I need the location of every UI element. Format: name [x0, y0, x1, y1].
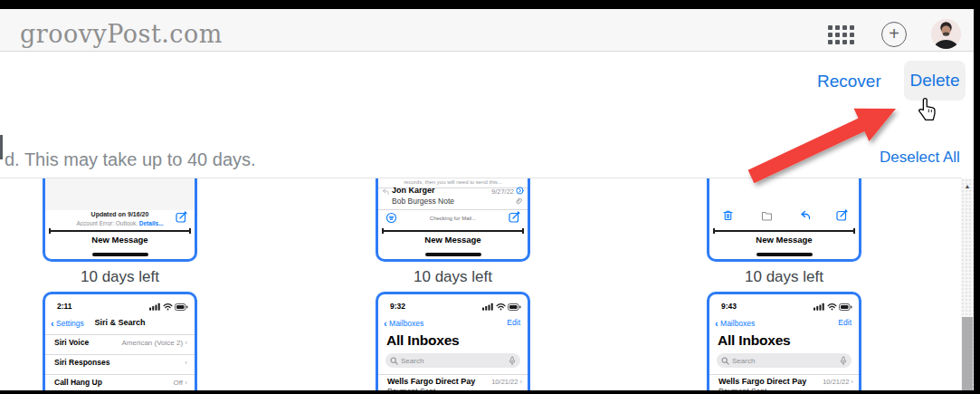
- app-grid-icon[interactable]: [828, 25, 854, 44]
- settings-row-label: Siri Voice: [54, 338, 89, 347]
- thumb2-checking-status: Checking for Mail...: [378, 216, 528, 221]
- photo-grid-viewport: Updated on 9/16/20 Account Error: Outloo…: [0, 178, 962, 390]
- retention-notice: d. This may take up to 40 days.: [5, 149, 256, 170]
- photo-thumbnail-3[interactable]: New Message: [707, 178, 861, 262]
- compose-icon: [509, 211, 520, 223]
- battery-icon: [175, 303, 188, 311]
- header: groovyPost.com +: [0, 9, 974, 52]
- paperclip-icon: [513, 195, 525, 207]
- avatar-photo: [931, 19, 961, 49]
- search-icon: [721, 357, 729, 365]
- watermark: groovyPost.com: [20, 20, 223, 48]
- replied-indicator-icon: [382, 187, 390, 196]
- scrollbar[interactable]: ▲: [961, 178, 974, 390]
- signal-icon: [149, 303, 160, 311]
- circle-arrow-icon: [516, 187, 524, 195]
- home-indicator: [425, 253, 481, 256]
- avatar[interactable]: [931, 19, 961, 49]
- photo-thumbnail-1[interactable]: Updated on 9/16/20 Account Error: Outloo…: [43, 178, 197, 262]
- thumb1-account-error: Account Error: Outlook. Details...: [45, 220, 195, 226]
- status-icons: [149, 303, 188, 311]
- mic-icon: [509, 356, 516, 366]
- scrollbar-thumb[interactable]: [962, 317, 973, 390]
- status-icons: [482, 303, 521, 311]
- plus-icon: +: [889, 24, 899, 43]
- home-indicator: [92, 253, 148, 256]
- search-bar: Search: [717, 353, 852, 368]
- edit-button: Edit: [838, 318, 852, 327]
- days-left-label: 10 days left: [376, 268, 530, 286]
- capture-border-right: [974, 0, 980, 394]
- signal-icon: [813, 303, 824, 311]
- settings-row-value: Off ›: [174, 379, 187, 387]
- wifi-icon: [827, 303, 837, 311]
- settings-row-label: Call Hang Up: [54, 378, 102, 387]
- days-left-label: 10 days left: [43, 268, 197, 286]
- icloud-recently-deleted-screen: groovyPost.com + Recover Delete d. This …: [0, 0, 980, 394]
- new-message-label: New Message: [45, 235, 195, 245]
- status-time: 2:11: [57, 302, 72, 311]
- photo-thumbnail-4[interactable]: 2:11 ‹ Settings Siri & Search Siri Voice…: [43, 292, 197, 390]
- thumb2-truncated-text: records, then you will need to send this…: [378, 179, 528, 185]
- compose-icon: [836, 209, 848, 221]
- thumb2-date: 9/27/22: [491, 187, 514, 196]
- add-button[interactable]: +: [881, 22, 907, 47]
- thumb1-updated-text: Updated on 9/16/20: [45, 211, 195, 217]
- battery-icon: [839, 303, 852, 311]
- mail-row-sender: Wells Fargo Direct Pay: [387, 377, 475, 386]
- all-inboxes-title: All Inboxes: [718, 332, 790, 349]
- toolbar-rule: [49, 228, 191, 234]
- status-icons: [813, 303, 852, 311]
- mail-row-date: 10/21/22 ›: [491, 378, 522, 386]
- details-link-text: Details...: [139, 220, 164, 226]
- mail-row-date: 10/21/22 ›: [823, 378, 853, 386]
- home-indicator: [756, 253, 813, 256]
- photo-thumbnail-6[interactable]: 9:43 ‹ Mailboxes Edit All Inboxes Search…: [707, 292, 861, 390]
- wifi-icon: [163, 303, 173, 311]
- toolbar-rule: [713, 228, 855, 234]
- reply-icon: [800, 209, 812, 221]
- status-time: 9:32: [390, 302, 405, 311]
- new-message-label: New Message: [378, 235, 528, 245]
- all-inboxes-title: All Inboxes: [386, 332, 459, 349]
- search-icon: [390, 357, 398, 365]
- thumb2-sender: Jon Karger: [392, 186, 435, 195]
- deselect-all-link[interactable]: Deselect All: [880, 149, 960, 167]
- search-placeholder: Search: [732, 357, 837, 365]
- thumb2-subject: Bob Burgess Note: [392, 197, 454, 206]
- recover-button[interactable]: Recover: [817, 72, 881, 91]
- signal-icon: [482, 303, 493, 311]
- capture-border-bottom: [0, 390, 980, 394]
- photo-thumbnail-2[interactable]: records, then you will need to send this…: [376, 178, 530, 262]
- search-bar: Search: [385, 353, 520, 368]
- settings-row-value: American (Voice 2) ›: [122, 339, 188, 347]
- battery-icon: [508, 303, 521, 311]
- thumb1-gray-area: [45, 178, 195, 210]
- clipped-letter-fragment: [0, 135, 3, 159]
- mail-row-sender: Wells Fargo Direct Pay: [718, 377, 806, 386]
- settings-row-value: ›: [185, 359, 187, 367]
- settings-row-label: Siri Responses: [54, 358, 109, 367]
- toolbar-rule: [382, 228, 524, 234]
- photo-thumbnail-5[interactable]: 9:32 ‹ Mailboxes Edit All Inboxes Search…: [376, 292, 530, 390]
- edit-button: Edit: [507, 318, 520, 327]
- trash-icon: [722, 209, 734, 221]
- delete-button[interactable]: Delete: [904, 61, 966, 101]
- status-time: 9:43: [721, 302, 737, 311]
- wifi-icon: [496, 303, 506, 311]
- days-left-label: 10 days left: [707, 268, 861, 286]
- new-message-label: New Message: [709, 235, 859, 245]
- mic-icon: [840, 356, 847, 366]
- delete-button-label: Delete: [910, 71, 960, 91]
- capture-border-top: [0, 0, 980, 9]
- scrollbar-up-arrow[interactable]: ▲: [961, 183, 974, 189]
- back-button-mailboxes: ‹ Mailboxes: [384, 318, 423, 329]
- compose-icon: [176, 211, 187, 223]
- search-placeholder: Search: [401, 357, 506, 365]
- back-button-mailboxes: ‹ Mailboxes: [715, 318, 755, 329]
- folder-icon: [761, 210, 773, 221]
- settings-title: Siri & Search: [45, 318, 195, 327]
